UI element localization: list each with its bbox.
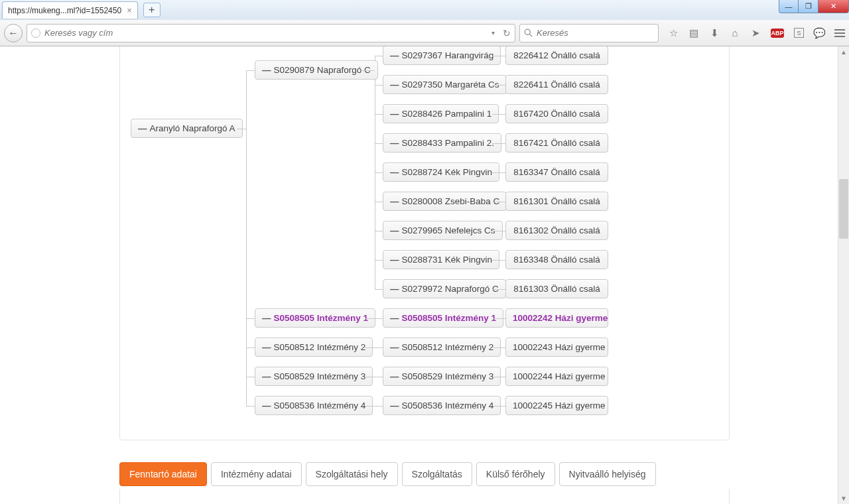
tree-node[interactable]: —S0508529 Intézmény 3 [255,367,373,386]
tree-node[interactable]: —S0508536 Intézmény 4 [255,396,373,415]
tree-node[interactable]: 8163348 Önálló csalá [505,250,608,269]
download-icon[interactable]: ⬇ [709,28,720,38]
tree-node[interactable]: —S0297350 Margaréta Cs [383,75,507,94]
tree-node[interactable]: —S0288724 Kék Pingvin [383,162,499,182]
tree-panel: —S0297367 Harangvirág8226412 Önálló csal… [119,46,730,440]
tree-node[interactable]: —S0508512 Intézmény 2 [255,338,373,357]
content-wrap: —S0297367 Harangvirág8226412 Önálló csal… [119,46,730,504]
window-controls: — ❐ ✕ [779,0,849,13]
page-tab[interactable]: Intézmény adatai [211,462,302,486]
tree-node[interactable]: 8161302 Önálló csalá [505,221,608,240]
menu-icon[interactable] [834,29,845,37]
tree-node[interactable]: —S0508512 Intézmény 2 [383,338,501,357]
tree-node[interactable]: —S0279965 Nefelejcs Cs [383,221,503,240]
svg-line-1 [530,34,533,37]
address-dropdown-icon[interactable]: ▾ [491,29,495,36]
page-tab[interactable]: Fenntartó adatai [119,462,207,486]
svg-point-0 [525,29,530,34]
tree-node[interactable]: 8167420 Önálló csalá [505,104,608,123]
tree-node[interactable]: —Aranyló Napraforgó A [131,119,243,138]
send-icon[interactable]: ➤ [750,28,761,38]
tree-node[interactable]: —S0508505 Intézmény 1 [255,308,375,328]
page-tab[interactable]: Szolgáltatás [402,462,472,486]
tree-node[interactable]: 10002243 Házi gyerme [505,338,608,357]
tree-node[interactable]: —S0297367 Harangvirág [383,46,501,65]
tree: —S0297367 Harangvirág8226412 Önálló csal… [124,46,725,426]
search-input[interactable] [537,28,654,38]
form-panel: Fenntartó alapadatai [119,489,730,504]
tree-node[interactable]: 8161303 Önálló csalá [505,279,608,298]
tree-node[interactable]: 10002245 Házi gyerme [505,396,608,415]
home-icon[interactable]: ⌂ [730,28,740,38]
tree-node[interactable]: —S0288426 Pampalini 1 [383,104,499,123]
browser-titlebar: https://mukeng...ml?id=1552450 × + — ❐ ✕ [0,0,849,20]
scroll-up-icon[interactable]: ▲ [838,46,849,58]
tree-node[interactable]: 10002242 Házi gyerme [505,308,608,328]
address-bar[interactable]: ▾ ↻ [27,24,515,42]
tree-node[interactable]: —S0508536 Intézmény 4 [383,396,501,415]
tree-node[interactable]: 8161301 Önálló csalá [505,192,608,211]
search-bar[interactable] [519,24,659,42]
window-close-button[interactable]: ✕ [818,0,849,13]
scroll-thumb[interactable] [839,179,848,239]
window-minimize-button[interactable]: — [779,0,799,13]
tabs-row: Fenntartó adataiIntézmény adataiSzolgált… [119,462,730,486]
tree-node[interactable]: —S0290879 Napraforgó C [255,60,378,80]
back-button[interactable]: ← [4,24,23,42]
tree-node[interactable]: —S0288731 Kék Pingvin [383,250,499,269]
chat-icon[interactable]: 💬 [814,28,824,38]
browser-tab[interactable]: https://mukeng...ml?id=1552450 × [2,1,138,19]
tree-node[interactable]: —S0279972 Napraforgó C [383,279,506,298]
scroll-down-icon[interactable]: ▼ [838,493,849,504]
tree-node[interactable]: —S0280008 Zsebi-Baba C [383,192,507,211]
tree-node[interactable]: 8163347 Önálló csalá [505,162,608,182]
tree-node[interactable]: —S0508505 Intézmény 1 [383,308,503,328]
globe-icon [31,29,40,38]
page-scrollbar[interactable]: ▲ ▼ [838,46,849,504]
tree-node[interactable]: —S0508529 Intézmény 3 [383,367,501,386]
noscript-icon[interactable]: S [794,28,804,38]
page-tab[interactable]: Szolgáltatási hely [306,462,398,486]
tree-node[interactable]: —S0288433 Pampalini 2. [383,133,501,153]
address-input[interactable] [44,28,488,38]
window-maximize-button[interactable]: ❐ [799,0,818,13]
tree-node[interactable]: 10002244 Házi gyerme [505,367,608,386]
tree-node[interactable]: 8167421 Önálló csalá [505,133,608,153]
abp-icon[interactable]: ABP [771,29,784,38]
tab-close-icon[interactable]: × [127,6,132,15]
page-viewport: ▲ ▼ —S0297367 Harangvirág8226412 Önálló … [0,46,849,504]
page-tab[interactable]: Külső férőhely [476,462,555,486]
tree-node[interactable]: 8226412 Önálló csalá [505,46,608,65]
tree-node[interactable]: 8226411 Önálló csalá [505,75,608,94]
browser-tab-title: https://mukeng...ml?id=1552450 [8,6,121,15]
star-icon[interactable]: ☆ [668,28,679,38]
search-icon [524,29,533,37]
browser-toolbar: ← ▾ ↻ ☆ ▤ ⬇ ⌂ ➤ ABP S 💬 [0,20,849,46]
library-icon[interactable]: ▤ [688,28,699,38]
page-tab[interactable]: Nyitvaálló helyiség [559,462,656,486]
reload-icon[interactable]: ↻ [503,28,511,38]
toolbar-icons: ☆ ▤ ⬇ ⌂ ➤ ABP S 💬 [668,28,845,38]
new-tab-button[interactable]: + [143,3,161,17]
